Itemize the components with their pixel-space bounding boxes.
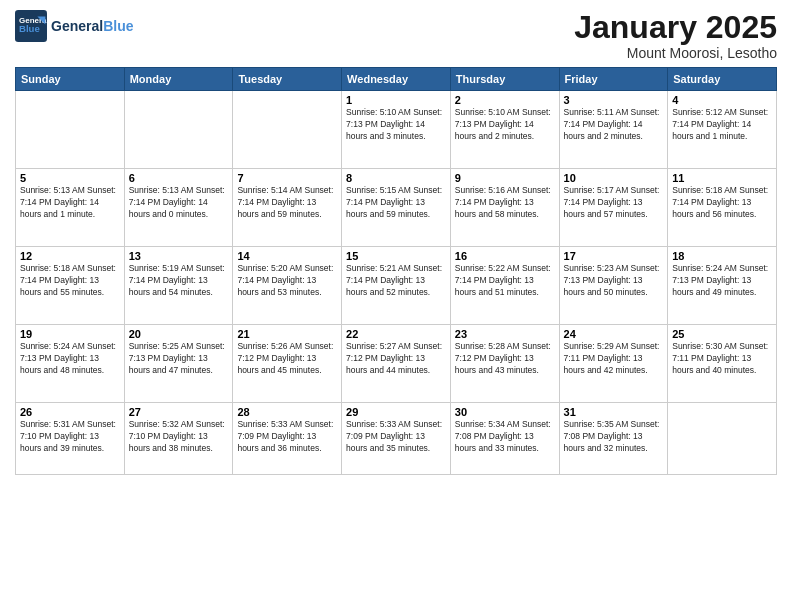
day-info: Sunrise: 5:25 AM Sunset: 7:13 PM Dayligh… xyxy=(129,341,229,377)
day-number: 20 xyxy=(129,328,229,340)
day-number: 1 xyxy=(346,94,446,106)
day-number: 19 xyxy=(20,328,120,340)
table-row: 26Sunrise: 5:31 AM Sunset: 7:10 PM Dayli… xyxy=(16,403,125,475)
table-row: 25Sunrise: 5:30 AM Sunset: 7:11 PM Dayli… xyxy=(668,325,777,403)
table-row xyxy=(668,403,777,475)
day-info: Sunrise: 5:29 AM Sunset: 7:11 PM Dayligh… xyxy=(564,341,664,377)
day-number: 31 xyxy=(564,406,664,418)
calendar-body: 1Sunrise: 5:10 AM Sunset: 7:13 PM Daylig… xyxy=(16,91,777,475)
table-row: 9Sunrise: 5:16 AM Sunset: 7:14 PM Daylig… xyxy=(450,169,559,247)
day-number: 12 xyxy=(20,250,120,262)
table-row: 18Sunrise: 5:24 AM Sunset: 7:13 PM Dayli… xyxy=(668,247,777,325)
header-friday: Friday xyxy=(559,68,668,91)
day-number: 6 xyxy=(129,172,229,184)
page-container: General Blue GeneralBlue January 2025 Mo… xyxy=(0,0,792,485)
day-info: Sunrise: 5:27 AM Sunset: 7:12 PM Dayligh… xyxy=(346,341,446,377)
day-info: Sunrise: 5:18 AM Sunset: 7:14 PM Dayligh… xyxy=(20,263,120,299)
table-row: 12Sunrise: 5:18 AM Sunset: 7:14 PM Dayli… xyxy=(16,247,125,325)
table-row xyxy=(233,91,342,169)
title-block: January 2025 Mount Moorosi, Lesotho xyxy=(574,10,777,61)
table-row: 7Sunrise: 5:14 AM Sunset: 7:14 PM Daylig… xyxy=(233,169,342,247)
table-row: 30Sunrise: 5:34 AM Sunset: 7:08 PM Dayli… xyxy=(450,403,559,475)
day-info: Sunrise: 5:21 AM Sunset: 7:14 PM Dayligh… xyxy=(346,263,446,299)
day-number: 11 xyxy=(672,172,772,184)
table-row: 31Sunrise: 5:35 AM Sunset: 7:08 PM Dayli… xyxy=(559,403,668,475)
day-number: 4 xyxy=(672,94,772,106)
table-row: 5Sunrise: 5:13 AM Sunset: 7:14 PM Daylig… xyxy=(16,169,125,247)
day-number: 7 xyxy=(237,172,337,184)
day-number: 16 xyxy=(455,250,555,262)
day-info: Sunrise: 5:22 AM Sunset: 7:14 PM Dayligh… xyxy=(455,263,555,299)
day-number: 2 xyxy=(455,94,555,106)
day-info: Sunrise: 5:32 AM Sunset: 7:10 PM Dayligh… xyxy=(129,419,229,455)
table-row: 29Sunrise: 5:33 AM Sunset: 7:09 PM Dayli… xyxy=(342,403,451,475)
header-wednesday: Wednesday xyxy=(342,68,451,91)
day-info: Sunrise: 5:26 AM Sunset: 7:12 PM Dayligh… xyxy=(237,341,337,377)
day-info: Sunrise: 5:20 AM Sunset: 7:14 PM Dayligh… xyxy=(237,263,337,299)
day-number: 8 xyxy=(346,172,446,184)
location: Mount Moorosi, Lesotho xyxy=(574,45,777,61)
table-row: 8Sunrise: 5:15 AM Sunset: 7:14 PM Daylig… xyxy=(342,169,451,247)
table-row: 2Sunrise: 5:10 AM Sunset: 7:13 PM Daylig… xyxy=(450,91,559,169)
table-row: 4Sunrise: 5:12 AM Sunset: 7:14 PM Daylig… xyxy=(668,91,777,169)
table-row xyxy=(16,91,125,169)
table-row: 28Sunrise: 5:33 AM Sunset: 7:09 PM Dayli… xyxy=(233,403,342,475)
table-row: 1Sunrise: 5:10 AM Sunset: 7:13 PM Daylig… xyxy=(342,91,451,169)
header: General Blue GeneralBlue January 2025 Mo… xyxy=(15,10,777,61)
day-number: 17 xyxy=(564,250,664,262)
logo-text: GeneralBlue xyxy=(51,18,133,35)
day-number: 3 xyxy=(564,94,664,106)
table-row: 6Sunrise: 5:13 AM Sunset: 7:14 PM Daylig… xyxy=(124,169,233,247)
day-info: Sunrise: 5:17 AM Sunset: 7:14 PM Dayligh… xyxy=(564,185,664,221)
logo: General Blue GeneralBlue xyxy=(15,10,133,42)
day-number: 5 xyxy=(20,172,120,184)
day-info: Sunrise: 5:28 AM Sunset: 7:12 PM Dayligh… xyxy=(455,341,555,377)
day-number: 30 xyxy=(455,406,555,418)
day-info: Sunrise: 5:12 AM Sunset: 7:14 PM Dayligh… xyxy=(672,107,772,143)
table-row: 21Sunrise: 5:26 AM Sunset: 7:12 PM Dayli… xyxy=(233,325,342,403)
header-saturday: Saturday xyxy=(668,68,777,91)
header-monday: Monday xyxy=(124,68,233,91)
day-info: Sunrise: 5:34 AM Sunset: 7:08 PM Dayligh… xyxy=(455,419,555,455)
table-row: 22Sunrise: 5:27 AM Sunset: 7:12 PM Dayli… xyxy=(342,325,451,403)
day-number: 28 xyxy=(237,406,337,418)
day-info: Sunrise: 5:16 AM Sunset: 7:14 PM Dayligh… xyxy=(455,185,555,221)
day-number: 23 xyxy=(455,328,555,340)
logo-line1: General xyxy=(51,18,103,34)
header-thursday: Thursday xyxy=(450,68,559,91)
table-row: 19Sunrise: 5:24 AM Sunset: 7:13 PM Dayli… xyxy=(16,325,125,403)
day-number: 18 xyxy=(672,250,772,262)
header-sunday: Sunday xyxy=(16,68,125,91)
day-info: Sunrise: 5:11 AM Sunset: 7:14 PM Dayligh… xyxy=(564,107,664,143)
day-number: 22 xyxy=(346,328,446,340)
day-info: Sunrise: 5:19 AM Sunset: 7:14 PM Dayligh… xyxy=(129,263,229,299)
day-number: 24 xyxy=(564,328,664,340)
day-number: 15 xyxy=(346,250,446,262)
table-row: 23Sunrise: 5:28 AM Sunset: 7:12 PM Dayli… xyxy=(450,325,559,403)
day-info: Sunrise: 5:35 AM Sunset: 7:08 PM Dayligh… xyxy=(564,419,664,455)
day-info: Sunrise: 5:33 AM Sunset: 7:09 PM Dayligh… xyxy=(346,419,446,455)
day-info: Sunrise: 5:24 AM Sunset: 7:13 PM Dayligh… xyxy=(672,263,772,299)
day-info: Sunrise: 5:23 AM Sunset: 7:13 PM Dayligh… xyxy=(564,263,664,299)
day-info: Sunrise: 5:30 AM Sunset: 7:11 PM Dayligh… xyxy=(672,341,772,377)
day-info: Sunrise: 5:31 AM Sunset: 7:10 PM Dayligh… xyxy=(20,419,120,455)
day-number: 9 xyxy=(455,172,555,184)
day-info: Sunrise: 5:14 AM Sunset: 7:14 PM Dayligh… xyxy=(237,185,337,221)
svg-text:Blue: Blue xyxy=(19,23,40,34)
day-number: 29 xyxy=(346,406,446,418)
month-title: January 2025 xyxy=(574,10,777,45)
header-tuesday: Tuesday xyxy=(233,68,342,91)
day-number: 26 xyxy=(20,406,120,418)
table-row: 27Sunrise: 5:32 AM Sunset: 7:10 PM Dayli… xyxy=(124,403,233,475)
day-info: Sunrise: 5:13 AM Sunset: 7:14 PM Dayligh… xyxy=(129,185,229,221)
table-row: 14Sunrise: 5:20 AM Sunset: 7:14 PM Dayli… xyxy=(233,247,342,325)
table-row: 16Sunrise: 5:22 AM Sunset: 7:14 PM Dayli… xyxy=(450,247,559,325)
logo-line2: Blue xyxy=(103,18,133,34)
day-info: Sunrise: 5:10 AM Sunset: 7:13 PM Dayligh… xyxy=(455,107,555,143)
table-row: 3Sunrise: 5:11 AM Sunset: 7:14 PM Daylig… xyxy=(559,91,668,169)
day-info: Sunrise: 5:33 AM Sunset: 7:09 PM Dayligh… xyxy=(237,419,337,455)
table-row: 15Sunrise: 5:21 AM Sunset: 7:14 PM Dayli… xyxy=(342,247,451,325)
table-row: 11Sunrise: 5:18 AM Sunset: 7:14 PM Dayli… xyxy=(668,169,777,247)
day-number: 25 xyxy=(672,328,772,340)
day-info: Sunrise: 5:24 AM Sunset: 7:13 PM Dayligh… xyxy=(20,341,120,377)
